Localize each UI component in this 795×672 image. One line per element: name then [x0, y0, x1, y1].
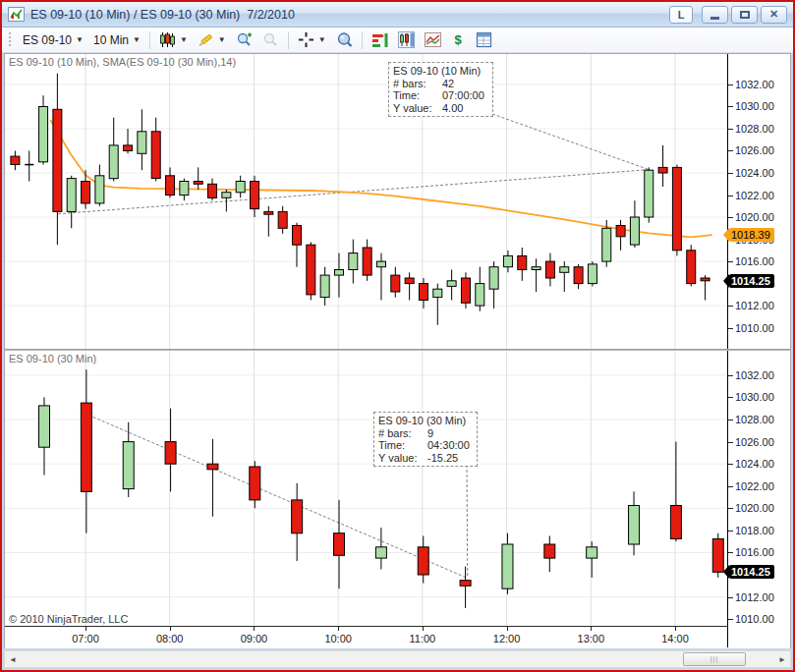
- candle-body: [545, 261, 554, 278]
- close-button[interactable]: ✕: [761, 6, 787, 24]
- toolbar-grip[interactable]: [8, 32, 13, 48]
- candle-body: [630, 217, 639, 245]
- candle-body: [39, 107, 48, 162]
- time-tick-label: 10:00: [324, 633, 352, 644]
- candle-body: [165, 442, 176, 465]
- candle-body: [701, 278, 710, 281]
- indicators-icon: [425, 31, 441, 48]
- cursor-mode-button[interactable]: ▼: [293, 29, 331, 51]
- price-tick: [728, 597, 733, 598]
- price-tick-label: 1018.00: [735, 525, 774, 536]
- price-tick-label: 1032.00: [735, 369, 774, 381]
- time-tick: [675, 627, 676, 631]
- candle-body: [658, 167, 667, 173]
- horizontal-depth-icon: [371, 31, 388, 48]
- price-tick-label: 1030.00: [735, 100, 774, 112]
- candle-body: [82, 182, 90, 204]
- time-tick: [591, 627, 592, 631]
- price-axis-10min[interactable]: 1032.001030.001028.001026.001024.001022.…: [727, 54, 790, 349]
- candle-body: [194, 182, 202, 185]
- price-tick: [728, 375, 733, 376]
- candle-body: [320, 275, 329, 298]
- close-icon: ✕: [769, 8, 778, 21]
- zoom-in-button[interactable]: [231, 29, 257, 51]
- link-button[interactable]: L: [669, 6, 693, 24]
- price-tick: [728, 420, 733, 420]
- chart-trader-icon: [398, 31, 415, 48]
- interval-selector[interactable]: 10 Min▼: [88, 29, 145, 51]
- drawing-tooltip-30min[interactable]: ES 09-10 (30 Min) # bars:9 Time:04:30:00…: [373, 412, 478, 467]
- price-tick-label: 1026.00: [735, 144, 774, 156]
- instrument-selector[interactable]: ES 09-10▼: [18, 29, 88, 51]
- price-tick: [728, 106, 733, 107]
- candle-body: [293, 226, 302, 246]
- candle-body: [138, 132, 146, 154]
- price-tick: [728, 261, 733, 262]
- candle-body: [39, 406, 50, 447]
- horizontal-depth-button[interactable]: [367, 29, 393, 51]
- copyright-text: © 2010 NinjaTrader, LLC: [9, 613, 128, 625]
- price-axis-30min[interactable]: 1032.001030.001028.001026.001024.001022.…: [727, 351, 790, 626]
- price-tick-label: 1012.00: [735, 591, 774, 603]
- candle-body: [447, 281, 456, 287]
- panel-bottom: ES 09-10 (30 Min) ES 09-10 (30 Min) # ba…: [5, 351, 790, 626]
- candle-body: [208, 184, 217, 197]
- price-tick: [728, 486, 733, 487]
- maximize-button[interactable]: [731, 6, 758, 24]
- price-tick: [728, 531, 733, 532]
- panel-top: ES 09-10 (10 Min), SMA(ES 09-10 (30 Min)…: [5, 54, 790, 349]
- chart-toolbar: ES 09-10▼ 10 Min▼ ▼ ▼: [2, 28, 793, 53]
- candle-body: [476, 284, 484, 307]
- scroll-right-arrow-icon[interactable]: ►: [774, 651, 790, 667]
- price-tick-label: 1020.00: [735, 502, 774, 514]
- chart-style-button[interactable]: ▼: [154, 29, 193, 51]
- zoom-out-button[interactable]: [257, 29, 284, 51]
- price-tick-label: 1020.00: [735, 211, 774, 223]
- chevron-down-icon: ▼: [218, 35, 226, 44]
- data-box-button[interactable]: [331, 29, 358, 51]
- chart-plot-10min[interactable]: ES 09-10 (10 Min), SMA(ES 09-10 (30 Min)…: [5, 54, 727, 349]
- price-tick: [728, 619, 733, 620]
- price-tick-label: 1012.00: [735, 300, 774, 311]
- candle-body: [588, 264, 596, 284]
- minimize-button[interactable]: [702, 6, 728, 24]
- price-tick: [728, 328, 733, 329]
- time-tick: [85, 627, 86, 631]
- zoom-in-icon: [236, 31, 253, 48]
- drawing-tools-button[interactable]: ▼: [193, 29, 231, 51]
- toolbar-separator: [288, 31, 289, 49]
- time-axis[interactable]: 07:0008:0009:0010:0011:0012:0013:0014:00: [5, 626, 790, 647]
- price-tick: [728, 306, 733, 307]
- candle-body: [672, 167, 681, 250]
- price-tick-label: 1010.00: [735, 613, 774, 625]
- chart-trader-button[interactable]: [393, 29, 420, 51]
- candle-body: [151, 132, 160, 179]
- candle-body: [123, 442, 134, 489]
- price-tick-label: 1026.00: [735, 436, 774, 448]
- candle-body: [461, 278, 470, 303]
- chart-content: ES 09-10 (10 Min), SMA(ES 09-10 (30 Min)…: [2, 53, 793, 670]
- drawing-tooltip-10min[interactable]: ES 09-10 (10 Min) # bars:42 Time:07:00:0…: [388, 62, 493, 117]
- scrollbar-thumb[interactable]: |||: [683, 652, 746, 666]
- scroll-left-arrow-icon[interactable]: ◄: [5, 651, 21, 667]
- price-tick-label: 1022.00: [735, 190, 774, 201]
- properties-button[interactable]: [471, 29, 497, 51]
- horizontal-scrollbar[interactable]: ◄ ||| ►: [4, 650, 791, 668]
- minimize-icon: [710, 17, 719, 20]
- crosshair-icon: [298, 31, 314, 48]
- title-bar[interactable]: ES 09-10 (10 Min) / ES 09-10 (30 Min) 7/…: [2, 2, 793, 28]
- time-axis-labels[interactable]: 07:0008:0009:0010:0011:0012:0013:0014:00: [5, 626, 727, 647]
- time-tick-label: 12:00: [493, 633, 521, 644]
- price-tick: [728, 552, 733, 553]
- indicators-button[interactable]: [420, 29, 446, 51]
- candle-body: [251, 182, 259, 209]
- candle-body: [629, 506, 640, 545]
- chart-plot-30min[interactable]: ES 09-10 (30 Min) ES 09-10 (30 Min) # ba…: [5, 351, 727, 626]
- price-tick-label: 1010.00: [735, 322, 774, 334]
- candle-body: [419, 284, 427, 301]
- candle-body: [460, 581, 471, 587]
- time-tick-label: 09:00: [241, 633, 268, 644]
- toolbar-separator: [149, 31, 150, 49]
- trade-performance-button[interactable]: $: [446, 29, 471, 51]
- candle-body: [363, 248, 371, 275]
